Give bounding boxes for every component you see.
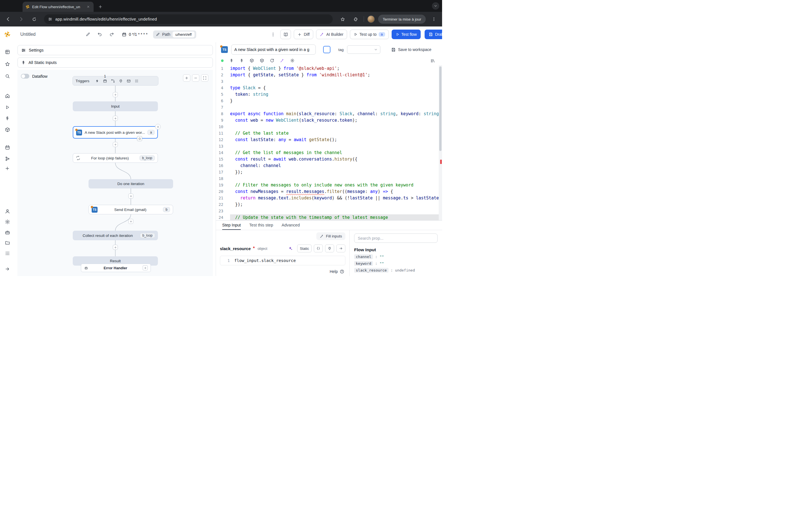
url-text[interactable]: app.windmill.dev/flows/edit/u/henri/effe… xyxy=(55,17,157,21)
static-toggle-button[interactable]: Static xyxy=(297,244,312,252)
insert-step-button[interactable] xyxy=(113,245,118,250)
insert-step-button[interactable] xyxy=(113,142,118,147)
settings-row[interactable]: Settings xyxy=(17,45,213,55)
profile-avatar[interactable] xyxy=(367,15,375,23)
code-line[interactable]: 10 xyxy=(216,124,442,130)
arg-expression[interactable]: flow_input.slack_resource xyxy=(234,258,296,263)
ai-fill-button[interactable] xyxy=(286,244,295,252)
triggers-node[interactable]: Triggers 1 xyxy=(72,76,158,86)
code-line[interactable]: 23 xyxy=(216,208,442,214)
prop-row[interactable]: keyword"" xyxy=(354,261,438,266)
dependencies-icon[interactable] xyxy=(260,58,264,63)
settings-gear-icon[interactable] xyxy=(2,217,12,226)
ai-assistant-icon[interactable] xyxy=(280,58,285,63)
library-icon[interactable] xyxy=(430,58,435,63)
send-email-node[interactable]: TS Send Email (gmail) b xyxy=(89,205,173,214)
forward-button[interactable] xyxy=(16,14,26,24)
code-line[interactable]: 7 xyxy=(216,104,442,111)
more-options-kebab-icon[interactable] xyxy=(268,30,277,39)
insert-step-button[interactable] xyxy=(128,193,133,199)
toggle-switch[interactable] xyxy=(21,74,29,78)
do-one-iteration-node[interactable]: Do one iteration xyxy=(89,179,173,188)
add-icon[interactable] xyxy=(2,164,12,173)
kafka-trigger-icon[interactable] xyxy=(135,79,139,83)
apps-icon[interactable] xyxy=(2,47,12,57)
code-line[interactable]: 4type Slack = { xyxy=(216,85,442,91)
browser-tab[interactable]: Edit Flow u/henri/effective_un xyxy=(22,2,94,12)
code-line[interactable]: 15 const result = await web.conversation… xyxy=(216,156,442,163)
edit-title-pencil-icon[interactable] xyxy=(84,30,93,39)
input-node[interactable]: Input xyxy=(73,101,158,111)
add-error-handler-button[interactable] xyxy=(143,265,148,270)
scrollbar-thumb[interactable] xyxy=(439,66,442,151)
test-up-to-button[interactable]: Test up to a xyxy=(350,30,389,39)
code-line[interactable]: 20 const newMessages = result.messages.f… xyxy=(216,188,442,195)
code-editor[interactable]: 1import { WebClient } from '@slack/web-a… xyxy=(216,65,442,220)
arg-expression-editor[interactable]: 1 flow_input.slack_resource xyxy=(220,256,345,265)
fit-view-button[interactable] xyxy=(201,74,208,82)
search-icon[interactable] xyxy=(2,71,12,81)
code-line[interactable]: 19 // Filter the messages to only includ… xyxy=(216,182,442,188)
forloop-node[interactable]: For loop (skip failures) b_loop xyxy=(73,153,158,163)
add-variable-icon[interactable] xyxy=(229,58,234,63)
flow-canvas[interactable]: Dataflow xyxy=(17,70,213,276)
help-link[interactable]: Help xyxy=(329,269,344,274)
code-line[interactable]: 12 const lastState: any = await getState… xyxy=(216,136,442,143)
chrome-update-button[interactable]: Terminer la mise à jour xyxy=(378,15,426,24)
path-chip[interactable]: Path u/henri/eff xyxy=(153,31,196,39)
users-icon[interactable] xyxy=(2,207,12,216)
code-line[interactable]: 1import { WebClient } from '@slack/web-a… xyxy=(216,65,442,72)
prop-name[interactable]: keyword xyxy=(354,261,373,266)
code-line[interactable]: 8export async function main(slack_resour… xyxy=(216,111,442,117)
websocket-icon[interactable] xyxy=(119,79,123,83)
code-line[interactable]: 2import { getState, setState } from 'win… xyxy=(216,72,442,78)
new-tab-button[interactable] xyxy=(96,3,104,11)
variables-icon[interactable] xyxy=(2,114,12,123)
flows-icon[interactable] xyxy=(2,154,12,163)
reload-button[interactable] xyxy=(29,14,39,24)
tab-advanced[interactable]: Advanced xyxy=(282,221,300,230)
webhook-icon[interactable] xyxy=(95,79,99,83)
site-settings-icon[interactable] xyxy=(48,17,52,21)
url-bar[interactable]: app.windmill.dev/flows/edit/u/henri/effe… xyxy=(44,14,333,24)
code-line[interactable]: 24 // Update the state with the timestam… xyxy=(216,214,442,220)
runs-icon[interactable] xyxy=(2,103,12,112)
reset-icon[interactable] xyxy=(270,58,274,63)
code-line[interactable]: 3 xyxy=(216,78,442,85)
favorites-star-icon[interactable] xyxy=(2,59,12,69)
redo-button[interactable] xyxy=(107,30,116,39)
stop-button[interactable] xyxy=(323,46,331,53)
draft-button[interactable]: Draft xyxy=(424,30,442,39)
bookmark-star-icon[interactable] xyxy=(338,14,347,24)
save-to-workspace-button[interactable]: Save to workspace xyxy=(391,47,432,52)
ai-builder-button[interactable]: AI Builder xyxy=(316,30,347,39)
error-handler-node[interactable]: Error Handler xyxy=(81,264,151,272)
flow-title[interactable]: Untitled xyxy=(20,32,36,37)
static-inputs-row[interactable]: All Static Inputs xyxy=(17,57,213,68)
zoom-out-button[interactable] xyxy=(192,74,199,82)
prop-name[interactable]: slack_resource xyxy=(354,268,389,273)
home-icon[interactable] xyxy=(2,91,12,101)
add-resource-icon[interactable] xyxy=(239,58,244,63)
collect-result-node[interactable]: Collect result of each iteration b_loop xyxy=(73,231,158,240)
insert-step-button[interactable] xyxy=(128,219,133,224)
slack-step-node[interactable]: TS A new Slack post with a given wor... … xyxy=(73,126,158,138)
extensions-icon[interactable] xyxy=(351,14,360,24)
dataflow-toggle[interactable]: Dataflow xyxy=(21,74,47,78)
email-trigger-icon[interactable] xyxy=(126,79,131,83)
run-step-button[interactable] xyxy=(137,136,142,141)
connect-input-button[interactable] xyxy=(325,244,334,252)
code-line[interactable]: 17 }); xyxy=(216,169,442,175)
zoom-in-button[interactable] xyxy=(183,74,190,82)
diff-button[interactable]: Diff xyxy=(294,30,313,39)
step-title-input[interactable] xyxy=(231,45,316,55)
prop-row[interactable]: channel"" xyxy=(354,255,438,259)
insert-step-button[interactable] xyxy=(113,92,118,97)
editor-settings-icon[interactable] xyxy=(290,58,295,63)
tab-test-this-step[interactable]: Test this step xyxy=(249,221,273,230)
folders-icon[interactable] xyxy=(2,238,12,247)
javascript-editor-button[interactable] xyxy=(314,244,323,252)
schedule-chip[interactable]: 0 */1 * * * * xyxy=(122,32,147,37)
code-line[interactable]: 6} xyxy=(216,98,442,104)
code-line[interactable]: 5 token: string xyxy=(216,91,442,98)
